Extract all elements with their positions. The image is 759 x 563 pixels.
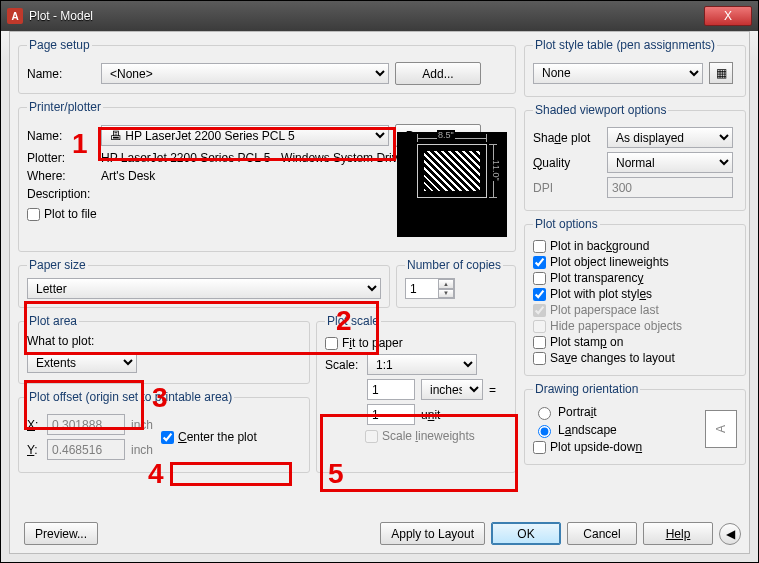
plot-scale-legend: Plot scale xyxy=(325,314,381,328)
cancel-button[interactable]: Cancel xyxy=(567,522,637,545)
plot-transparency-checkbox[interactable] xyxy=(533,272,546,285)
paper-preview: 8.5" 11.0" xyxy=(397,132,507,237)
equals-label: = xyxy=(489,383,496,397)
center-plot-label: Center the plot xyxy=(178,430,257,444)
upside-down-label: Plot upside-down xyxy=(550,440,642,454)
scale-lineweights-label: Scale lineweights xyxy=(382,429,475,443)
plot-offset-group: Plot offset (origin set to printable are… xyxy=(18,390,310,473)
printer-legend: Printer/plotter xyxy=(27,100,103,114)
ok-button[interactable]: OK xyxy=(491,522,561,545)
window-title: Plot - Model xyxy=(29,9,704,23)
plot-stamp-label: Plot stamp on xyxy=(550,335,623,349)
paper-size-group: Paper size Letter xyxy=(18,258,390,308)
plotter-value: HP LaserJet 2200 Series PCL 5 - Windows … xyxy=(101,151,418,165)
plot-background-checkbox[interactable] xyxy=(533,240,546,253)
portrait-radio[interactable] xyxy=(538,407,551,420)
offset-x-unit: inch xyxy=(131,418,153,432)
page-setup-name-label: Name: xyxy=(27,67,95,81)
pen-table-icon-button[interactable]: ▦ xyxy=(709,62,733,84)
collapse-button[interactable]: ◀ xyxy=(719,523,741,545)
scale-num-input[interactable] xyxy=(367,379,415,400)
printer-name-label: Name: xyxy=(27,129,95,143)
description-label: Description: xyxy=(27,187,95,201)
copies-spinner[interactable]: ▲▼ xyxy=(438,279,454,298)
plot-lineweights-label: Plot object lineweights xyxy=(550,255,669,269)
upside-down-checkbox[interactable] xyxy=(533,441,546,454)
scale-label: Scale: xyxy=(325,358,361,372)
preview-button[interactable]: Preview... xyxy=(24,522,98,545)
close-button[interactable]: X xyxy=(704,6,752,26)
apply-to-layout-button[interactable]: Apply to Layout xyxy=(380,522,485,545)
plot-options-group: Plot options Plot in background Plot obj… xyxy=(524,217,746,376)
hide-paperspace-label: Hide paperspace objects xyxy=(550,319,682,333)
chevron-left-icon: ◀ xyxy=(726,527,735,541)
save-changes-checkbox[interactable] xyxy=(533,352,546,365)
where-value: Art's Desk xyxy=(101,169,155,183)
plot-stamp-checkbox[interactable] xyxy=(533,336,546,349)
orientation-group: Drawing orientation Portrait Landscape P… xyxy=(524,382,746,465)
what-to-plot-select[interactable]: Extents xyxy=(27,352,137,373)
offset-y-input xyxy=(47,439,125,460)
offset-x-input xyxy=(47,414,125,435)
fit-to-paper-checkbox[interactable] xyxy=(325,337,338,350)
page-setup-name-select[interactable]: <None> xyxy=(101,63,389,84)
app-icon: A xyxy=(7,8,23,24)
hide-paperspace-checkbox xyxy=(533,320,546,333)
page-setup-legend: Page setup xyxy=(27,38,92,52)
plot-area-legend: Plot area xyxy=(27,314,79,328)
quality-label: Quality xyxy=(533,156,601,170)
plot-transparency-label: Plot transparency xyxy=(550,271,643,285)
scale-lineweights-checkbox xyxy=(365,430,378,443)
plot-paperspace-label: Plot paperspace last xyxy=(550,303,659,317)
shaded-legend: Shaded viewport options xyxy=(533,103,668,117)
plot-scale-group: Plot scale Fit to paper Scale: 1:1 inche… xyxy=(316,314,516,473)
dpi-label: DPI xyxy=(533,181,601,195)
page-setup-add-button[interactable]: Add... xyxy=(395,62,481,85)
orientation-icon: A xyxy=(705,410,737,448)
plot-style-group: Plot style table (pen assignments) None … xyxy=(524,38,746,97)
quality-select[interactable]: Normal xyxy=(607,152,733,173)
plot-offset-legend: Plot offset (origin set to printable are… xyxy=(27,390,234,404)
shaded-viewport-group: Shaded viewport options Shade plotAs dis… xyxy=(524,103,746,211)
plot-area-group: Plot area What to plot: Extents xyxy=(18,314,310,384)
offset-x-label: X: xyxy=(27,418,41,432)
offset-y-label: Y: xyxy=(27,443,41,457)
shade-plot-select[interactable]: As displayed xyxy=(607,127,733,148)
center-plot-checkbox[interactable] xyxy=(161,431,174,444)
scale-select[interactable]: 1:1 xyxy=(367,354,477,375)
plot-lineweights-checkbox[interactable] xyxy=(533,256,546,269)
orientation-legend: Drawing orientation xyxy=(533,382,640,396)
plot-to-file-checkbox[interactable] xyxy=(27,208,40,221)
plot-background-label: Plot in background xyxy=(550,239,649,253)
dpi-input xyxy=(607,177,733,198)
plotter-label: Plotter: xyxy=(27,151,95,165)
plot-style-select[interactable]: None xyxy=(533,63,703,84)
scale-den-unit: unit xyxy=(421,408,483,422)
copies-group: Number of copies ▲▼ xyxy=(396,258,516,308)
plot-style-legend: Plot style table (pen assignments) xyxy=(533,38,717,52)
offset-y-unit: inch xyxy=(131,443,153,457)
landscape-label: Landscape xyxy=(558,423,617,437)
copies-legend: Number of copies xyxy=(405,258,503,272)
scale-den-input[interactable] xyxy=(367,404,415,425)
help-button[interactable]: Help xyxy=(643,522,713,545)
plot-paperspace-checkbox xyxy=(533,304,546,317)
plot-to-file-label: Plot to file xyxy=(44,207,97,221)
printer-name-select[interactable]: 🖶 HP LaserJet 2200 Series PCL 5 xyxy=(101,125,389,146)
shade-plot-label: Shade plot xyxy=(533,131,601,145)
paper-size-select[interactable]: Letter xyxy=(27,278,381,299)
save-changes-label: Save changes to layout xyxy=(550,351,675,365)
portrait-label: Portrait xyxy=(558,405,597,419)
scale-unit-select[interactable]: inches xyxy=(421,379,483,400)
plot-styles-label: Plot with plot styles xyxy=(550,287,652,301)
fit-to-paper-label: Fit to paper xyxy=(342,336,403,350)
plot-options-legend: Plot options xyxy=(533,217,600,231)
printer-group: Printer/plotter Name: 🖶 HP LaserJet 2200… xyxy=(18,100,516,252)
where-label: Where: xyxy=(27,169,95,183)
page-setup-group: Page setup Name: <None> Add... xyxy=(18,38,516,94)
plot-styles-checkbox[interactable] xyxy=(533,288,546,301)
paper-size-legend: Paper size xyxy=(27,258,88,272)
what-to-plot-label: What to plot: xyxy=(27,334,301,348)
landscape-radio[interactable] xyxy=(538,425,551,438)
